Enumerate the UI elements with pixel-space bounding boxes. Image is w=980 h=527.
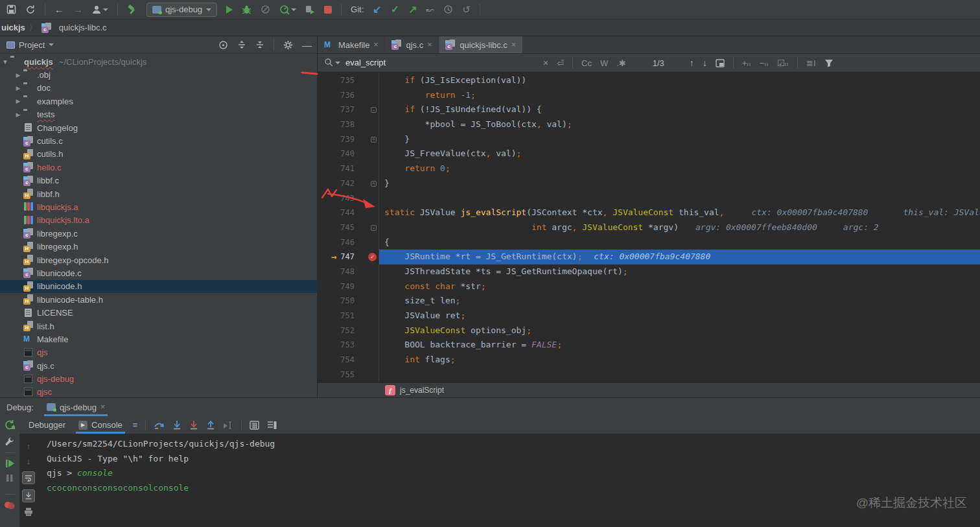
gutter-line-740[interactable]: 740	[318, 146, 379, 161]
gutter-line-741[interactable]: 741	[318, 161, 379, 176]
code-line-754[interactable]: 754 int flags;	[318, 353, 980, 368]
code-line-750[interactable]: 750 size_t len;	[318, 294, 980, 309]
tree-item-libregexp.h[interactable]: Hlibregexp.h	[0, 240, 317, 253]
scroll-to-end-icon[interactable]	[22, 489, 35, 502]
filter-icon[interactable]	[824, 59, 834, 67]
chevron-collapsed-icon[interactable]: ▶	[13, 111, 23, 118]
tree-item-examples[interactable]: ▶examples	[0, 95, 317, 108]
tree-item-libbf.c[interactable]: clibbf.c	[0, 174, 317, 187]
gutter-line-751[interactable]: 751	[318, 309, 379, 323]
breakpoint-icon[interactable]: ✓	[368, 253, 377, 261]
gear-icon[interactable]	[283, 40, 293, 50]
whole-words-toggle[interactable]: W	[600, 58, 608, 68]
code-line-747[interactable]: 747→✓ JSRuntime *rt = JS_GetRuntime(ctx)…	[318, 250, 980, 264]
gutter-line-736[interactable]: 736	[318, 88, 379, 103]
save-icon[interactable]	[6, 5, 16, 14]
collapse-all-icon[interactable]	[255, 40, 264, 49]
code-line-748[interactable]: 748 JSThreadState *ts = JS_GetRuntimeOpa…	[318, 264, 980, 279]
locate-file-icon[interactable]	[218, 40, 228, 50]
code-line-745[interactable]: 745- int argc, JSValueConst *argv)argv: …	[318, 220, 980, 235]
gutter-line-745[interactable]: 745-	[318, 220, 379, 235]
gutter-line-753[interactable]: 753	[318, 338, 379, 353]
tree-item-libquickjs.lto.a[interactable]: libquickjs.lto.a	[0, 214, 317, 227]
gutter-line-739[interactable]: 739^	[318, 132, 379, 147]
rerun-button[interactable]	[5, 419, 16, 430]
tree-item-libregexp-opcode.h[interactable]: Hlibregexp-opcode.h	[0, 253, 317, 266]
tree-item-libquickjs.a[interactable]: libquickjs.a	[0, 200, 317, 213]
gutter-line-735[interactable]: 735	[318, 73, 379, 88]
git-update-icon[interactable]: ↙	[373, 5, 381, 15]
gutter-line-749[interactable]: 749	[318, 279, 379, 294]
up-stack-icon[interactable]: ↑	[27, 441, 31, 451]
newline-icon[interactable]: ⏎	[557, 58, 564, 68]
tree-item-cutils.h[interactable]: Hcutils.h	[0, 148, 317, 161]
debug-settings-wrench-icon[interactable]	[5, 436, 15, 447]
tab-console[interactable]: ▶ Console	[76, 416, 125, 434]
chevron-collapsed-icon[interactable]: ▶	[13, 98, 23, 104]
gutter-line-738[interactable]: 738	[318, 117, 379, 132]
close-icon[interactable]: ×	[100, 403, 105, 412]
run-button[interactable]	[226, 6, 233, 14]
profiler-button[interactable]	[279, 5, 296, 14]
code-line-738[interactable]: 738 *pbool = JS_ToBool(ctx, val);	[318, 117, 980, 132]
sync-icon[interactable]	[25, 5, 36, 15]
tree-item-cutils.c[interactable]: ccutils.c	[0, 134, 317, 147]
tab-debugger[interactable]: Debugger	[26, 416, 68, 434]
fold-start-icon[interactable]: -	[371, 107, 377, 113]
tree-item-list.h[interactable]: Hlist.h	[0, 320, 317, 333]
gutter-line-752[interactable]: 752	[318, 323, 379, 338]
close-tab-icon[interactable]: ×	[511, 40, 516, 49]
debug-session-tab[interactable]: qjs-debug ×	[44, 398, 108, 416]
find-in-selection-icon[interactable]: ≣I	[806, 58, 816, 68]
pause-button[interactable]	[6, 474, 14, 482]
down-stack-icon[interactable]: ↓	[27, 456, 31, 466]
expand-all-icon[interactable]	[237, 40, 246, 49]
code-line-739[interactable]: 739^ }	[318, 132, 980, 147]
editor-tab-Makefile[interactable]: MMakefile×	[318, 36, 385, 53]
close-tab-icon[interactable]: ×	[373, 40, 378, 49]
tree-item-.obj[interactable]: ▶.obj	[0, 68, 317, 81]
fold-start-icon[interactable]: -	[371, 225, 377, 231]
gutter-line-737[interactable]: 737-	[318, 102, 379, 117]
gutter-line-748[interactable]: 748	[318, 264, 379, 279]
print-icon[interactable]	[24, 508, 33, 516]
gutter-line-755[interactable]: 755	[318, 368, 379, 382]
debug-button[interactable]	[242, 5, 251, 14]
git-commit-icon[interactable]: ✓	[391, 5, 399, 15]
search-input[interactable]: eval_script	[345, 58, 386, 67]
build-hammer-icon[interactable]	[127, 5, 137, 15]
stop-button[interactable]	[324, 6, 332, 14]
run-configuration-select[interactable]: qjs-debug	[146, 3, 217, 17]
git-rollback-icon[interactable]: ↺	[462, 5, 471, 14]
gutter-line-747[interactable]: 747→✓	[318, 250, 379, 264]
tree-item-libbf.h[interactable]: Hlibbf.h	[0, 187, 317, 200]
tree-item-libunicode.h[interactable]: Hlibunicode.h	[0, 280, 317, 293]
add-selection-icon[interactable]: +II	[742, 58, 751, 68]
evaluate-expression-icon[interactable]	[250, 421, 259, 430]
soft-wrap-icon[interactable]	[22, 471, 35, 484]
options-menu-icon[interactable]: ≡	[133, 420, 138, 430]
step-out-icon[interactable]	[206, 421, 215, 430]
tree-item-hello.c[interactable]: chello.c	[0, 161, 317, 174]
tree-item-LICENSE[interactable]: LICENSE	[0, 306, 317, 319]
coverage-button[interactable]	[261, 5, 270, 14]
gutter-line-754[interactable]: 754	[318, 353, 379, 368]
tree-item-qjs-debug[interactable]: qjs-debug	[0, 372, 317, 385]
code-line-736[interactable]: 736 return -1;	[318, 88, 980, 103]
code-line-752[interactable]: 752 JSValueConst options_obj;	[318, 323, 980, 338]
search-history-icon[interactable]	[335, 62, 340, 64]
run-to-cursor-icon[interactable]	[223, 421, 233, 430]
code-line-743[interactable]: 743	[318, 191, 980, 206]
step-over-icon[interactable]	[154, 421, 165, 430]
git-cherry-pick-icon[interactable]: ↜	[426, 5, 435, 14]
code-viewport[interactable]: 735 if (JS_IsException(val))736 return -…	[318, 72, 980, 382]
git-push-icon[interactable]: ↗	[408, 5, 417, 15]
tree-item-qjs[interactable]: qjs	[0, 346, 317, 359]
breadcrumb-file[interactable]: quickjs-libc.c	[59, 23, 107, 32]
gutter-line-750[interactable]: 750	[318, 294, 379, 309]
select-all-occurrences-icon[interactable]: ☑II	[777, 58, 789, 68]
gutter-line-743[interactable]: 743	[318, 191, 379, 206]
find-all-icon[interactable]	[716, 59, 725, 67]
code-line-740[interactable]: 740 JS_FreeValue(ctx, val);	[318, 146, 980, 161]
code-line-749[interactable]: 749 const char *str;	[318, 279, 980, 294]
